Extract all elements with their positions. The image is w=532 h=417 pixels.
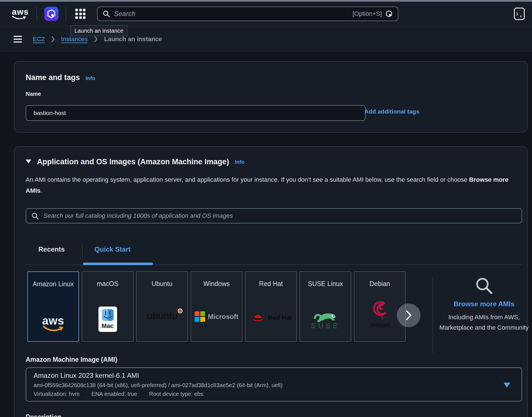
os-option-macos[interactable]: macOS Mac <box>82 271 133 342</box>
os-option-amazon-linux[interactable]: Amazon Linux aws <box>27 271 79 342</box>
ami-root-device: Root device type: ebs <box>149 391 203 397</box>
side-menu-hamburger-button[interactable] <box>14 36 23 43</box>
ami-tabs: Recents Quick Start <box>14 245 527 259</box>
ami-dropdown-label: Amazon Machine Image (AMI) <box>26 356 117 363</box>
ami-selected-ids: ami-0f559c3642608c138 (64-bit (x86), uef… <box>34 382 514 389</box>
ubuntu-logo-icon: ubuntu <box>137 310 188 321</box>
ami-section-description: An AMI contains the operating system, ap… <box>26 174 522 196</box>
ami-selected-details: Virtualization: hvm ENA enabled: true Ro… <box>34 391 514 397</box>
global-search-bar[interactable]: [Option+S] <box>97 6 398 21</box>
collapse-section-icon[interactable] <box>26 159 31 163</box>
os-options-row: Amazon Linux aws macOS <box>27 271 406 342</box>
topbar-divider <box>66 6 66 21</box>
name-and-tags-panel: Name and tags Info Name Add additional t… <box>14 61 527 132</box>
browse-more-amis-subtitle: Including AMIs from AWS, Marketplace and… <box>438 312 531 333</box>
search-icon <box>103 10 110 17</box>
ami-selected-title: Amazon Linux 2023 kernel-6.1 AMI <box>34 372 514 380</box>
aws-logo-text: aws <box>12 8 27 15</box>
topbar-divider <box>37 6 37 21</box>
ami-ena-enabled: ENA enabled: true <box>91 391 137 397</box>
chevron-right-icon <box>94 36 98 43</box>
tab-recents[interactable]: Recents <box>38 245 65 253</box>
os-carousel-next-button[interactable] <box>397 303 421 327</box>
description-label: Description <box>26 413 61 417</box>
amazon-q-app-icon[interactable] <box>44 7 58 21</box>
top-navigation-bar: aws [Option+S] ❯. <box>0 2 532 26</box>
macos-finder-logo-icon: Mac <box>82 307 133 332</box>
chevron-right-icon <box>51 36 55 43</box>
dropdown-caret-icon <box>504 383 510 387</box>
os-option-suse-linux[interactable]: SUSE Linux SUSE <box>300 271 351 342</box>
breadcrumb-link-ec2[interactable]: EC2 <box>33 36 45 43</box>
ami-section-info-link[interactable]: Info <box>235 159 245 165</box>
cloudshell-icon[interactable]: ❯. <box>514 8 525 20</box>
ami-select-dropdown[interactable]: Amazon Linux 2023 kernel-6.1 AMI ami-0f5… <box>26 367 522 402</box>
add-additional-tags-link[interactable]: Add additional tags <box>364 108 419 115</box>
os-option-debian[interactable]: Debian debian <box>354 271 406 342</box>
amazon-q-hexagon-icon <box>385 10 393 17</box>
amazon-linux-logo-icon: aws <box>28 316 78 332</box>
ami-catalog-search-bar[interactable] <box>26 208 522 223</box>
tab-divider <box>82 243 82 258</box>
os-option-windows[interactable]: Windows Microsoft <box>191 271 242 342</box>
tab-quick-start[interactable]: Quick Start <box>94 245 131 253</box>
ami-catalog-search-input[interactable] <box>43 212 516 219</box>
ami-section-title: Application and OS Images (Amazon Machin… <box>37 158 229 166</box>
instance-name-input[interactable] <box>26 105 366 121</box>
os-option-ubuntu[interactable]: Ubuntu ubuntu <box>136 271 188 342</box>
os-option-red-hat[interactable]: Red Hat Red Hat <box>245 271 297 342</box>
application-os-images-panel: Application and OS Images (Amazon Machin… <box>14 147 527 417</box>
grid-menu-tooltip: Launch an instance <box>71 25 127 36</box>
microsoft-logo-icon: Microsoft <box>191 311 242 322</box>
breadcrumb-current-page: Launch an instance <box>104 36 162 43</box>
browse-more-amis-block: Browse more AMIs Including AMIs from AWS… <box>438 276 531 333</box>
amazon-q-hexagon-icon <box>46 9 56 19</box>
suse-logo-icon: SUSE <box>300 306 351 330</box>
aws-logo[interactable]: aws <box>12 8 27 20</box>
chevron-right-icon <box>405 310 412 321</box>
name-and-tags-title: Name and tags <box>26 73 80 82</box>
global-search-input[interactable] <box>114 10 352 18</box>
active-tab-indicator <box>83 263 153 265</box>
browse-search-icon <box>474 276 494 296</box>
browse-divider <box>433 277 433 353</box>
ami-virtualization: Virtualization: hvm <box>34 391 80 397</box>
name-and-tags-info-link[interactable]: Info <box>85 75 95 81</box>
search-shortcut-hint: [Option+S] <box>352 10 382 17</box>
services-grid-menu-button[interactable] <box>75 8 86 19</box>
breadcrumb-link-instances[interactable]: Instances <box>61 36 88 43</box>
search-icon <box>31 212 39 220</box>
name-field-label: Name <box>26 91 41 97</box>
red-hat-logo-icon: Red Hat <box>245 313 296 323</box>
browse-more-amis-link[interactable]: Browse more AMIs <box>438 300 531 308</box>
